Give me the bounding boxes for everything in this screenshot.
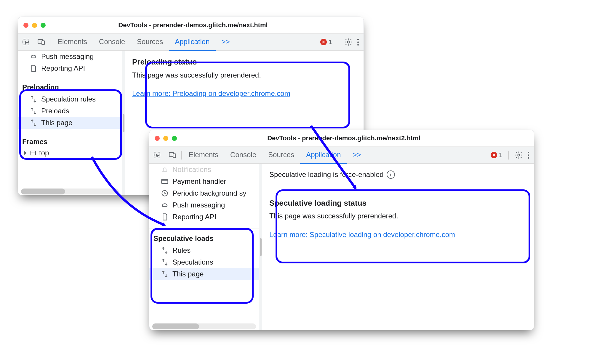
window-title: DevTools - prerender-demos.glitch.me/nex… bbox=[51, 21, 335, 29]
device-toolbar-icon[interactable] bbox=[33, 38, 49, 46]
sidebar-item-speculations[interactable]: Speculations bbox=[149, 256, 259, 268]
learn-more-link[interactable]: Learn more: Speculative loading on devel… bbox=[269, 231, 455, 239]
error-count[interactable]: ✕1 bbox=[320, 38, 332, 46]
sidebar-item-push[interactable]: Push messaging bbox=[149, 199, 259, 211]
sidebar-item-periodic[interactable]: Periodic background sy bbox=[149, 187, 259, 199]
gear-icon[interactable] bbox=[515, 151, 523, 159]
sidebar-item-push[interactable]: Push messaging bbox=[18, 51, 122, 62]
traffic-lights[interactable] bbox=[155, 136, 177, 141]
zoom-window-icon[interactable] bbox=[172, 136, 177, 141]
minimize-window-icon[interactable] bbox=[32, 23, 37, 28]
gear-icon[interactable] bbox=[344, 38, 353, 46]
application-main: Speculative loading is force-enabled i S… bbox=[262, 164, 534, 330]
traffic-lights[interactable] bbox=[23, 23, 46, 28]
sidebar-item-rules[interactable]: Rules bbox=[149, 244, 259, 256]
sidebar-item-reporting[interactable]: Reporting API bbox=[18, 62, 122, 74]
svg-rect-9 bbox=[162, 179, 168, 183]
sidebar-item-notifications[interactable]: Notifications bbox=[149, 164, 259, 175]
more-menu-icon[interactable] bbox=[528, 152, 529, 159]
sidebar-section-preloading: Preloading bbox=[18, 80, 122, 93]
status-body: This page was successfully prerendered. bbox=[269, 211, 527, 221]
tab-more[interactable]: >> bbox=[216, 33, 236, 51]
devtools-toolbar: Elements Console Sources Application >> … bbox=[149, 147, 534, 164]
application-sidebar: Notifications Payment handler Periodic b… bbox=[149, 164, 259, 330]
tab-elements[interactable]: Elements bbox=[52, 33, 93, 51]
horizontal-scrollbar[interactable] bbox=[152, 323, 256, 329]
info-icon[interactable]: i bbox=[387, 170, 395, 179]
tab-application[interactable]: Application bbox=[300, 146, 347, 164]
close-window-icon[interactable] bbox=[155, 136, 160, 141]
svg-rect-7 bbox=[173, 154, 176, 158]
svg-point-3 bbox=[348, 41, 350, 43]
sidebar-item-preloads[interactable]: Preloads bbox=[18, 105, 122, 117]
sidebar-item-rules[interactable]: Speculation rules bbox=[18, 93, 122, 105]
sidebar-item-reporting[interactable]: Reporting API bbox=[149, 211, 259, 223]
sidebar-section-frames: Frames bbox=[18, 135, 122, 148]
application-sidebar: Push messaging Reporting API Preloading … bbox=[18, 51, 122, 195]
svg-point-8 bbox=[518, 154, 520, 156]
tab-application[interactable]: Application bbox=[169, 33, 215, 51]
devtools-window-2: DevTools - prerender-demos.glitch.me/nex… bbox=[149, 130, 534, 330]
tab-sources[interactable]: Sources bbox=[131, 33, 169, 51]
status-body: This page was successfully prerendered. bbox=[132, 70, 356, 80]
tab-elements[interactable]: Elements bbox=[183, 146, 224, 164]
tab-console[interactable]: Console bbox=[93, 33, 131, 51]
error-count[interactable]: ✕1 bbox=[491, 151, 502, 159]
status-heading: Speculative loading status bbox=[269, 198, 527, 209]
sidebar-item-this-page[interactable]: This page bbox=[18, 117, 122, 129]
minimize-window-icon[interactable] bbox=[163, 136, 168, 141]
inspect-element-icon[interactable] bbox=[149, 151, 165, 159]
more-menu-icon[interactable] bbox=[357, 39, 359, 46]
close-window-icon[interactable] bbox=[23, 23, 28, 28]
tab-console[interactable]: Console bbox=[224, 146, 262, 164]
svg-rect-4 bbox=[30, 151, 36, 155]
window-titlebar: DevTools - prerender-demos.glitch.me/nex… bbox=[18, 17, 364, 34]
device-toolbar-icon[interactable] bbox=[165, 151, 180, 159]
banner-text: Speculative loading is force-enabled bbox=[269, 170, 384, 180]
tab-more[interactable]: >> bbox=[347, 146, 367, 164]
resize-handle[interactable] bbox=[123, 114, 124, 132]
zoom-window-icon[interactable] bbox=[41, 23, 46, 28]
sidebar-section-speculative: Speculative loads bbox=[149, 231, 259, 244]
horizontal-scrollbar[interactable] bbox=[21, 189, 119, 194]
status-heading: Preloading status bbox=[132, 57, 356, 68]
window-titlebar: DevTools - prerender-demos.glitch.me/nex… bbox=[149, 130, 534, 147]
window-title: DevTools - prerender-demos.glitch.me/nex… bbox=[182, 134, 505, 142]
sidebar-item-frames-top[interactable]: top bbox=[18, 148, 122, 158]
resize-handle[interactable] bbox=[260, 238, 262, 256]
tab-sources[interactable]: Sources bbox=[262, 146, 300, 164]
chevron-right-icon bbox=[24, 151, 27, 155]
devtools-toolbar: Elements Console Sources Application >> … bbox=[18, 34, 364, 51]
svg-rect-2 bbox=[42, 41, 44, 45]
inspect-element-icon[interactable] bbox=[18, 38, 33, 46]
sidebar-item-this-page[interactable]: This page bbox=[149, 268, 259, 280]
learn-more-link[interactable]: Learn more: Preloading on developer.chro… bbox=[132, 89, 290, 97]
sidebar-item-payment[interactable]: Payment handler bbox=[149, 175, 259, 187]
